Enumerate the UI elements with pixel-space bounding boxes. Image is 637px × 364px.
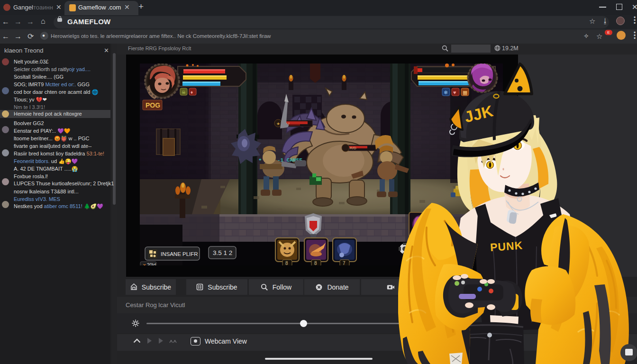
svg-text:3.5 1 2: 3.5 1 2 <box>213 249 232 256</box>
svg-text:POG: POG <box>146 101 160 109</box>
svg-text:20ld: 20ld <box>147 263 156 265</box>
svg-text:INSANE PLIFR: INSANE PLIFR <box>161 251 198 257</box>
svg-text:8: 8 <box>285 261 288 265</box>
svg-text:7: 7 <box>343 261 346 265</box>
svg-text:☠: ☠ <box>182 90 186 95</box>
svg-text:8: 8 <box>314 261 317 265</box>
svg-text:✕: ✕ <box>143 263 146 265</box>
svg-text:PUNK: PUNK <box>490 239 523 254</box>
svg-text:♦: ♦ <box>191 90 193 95</box>
